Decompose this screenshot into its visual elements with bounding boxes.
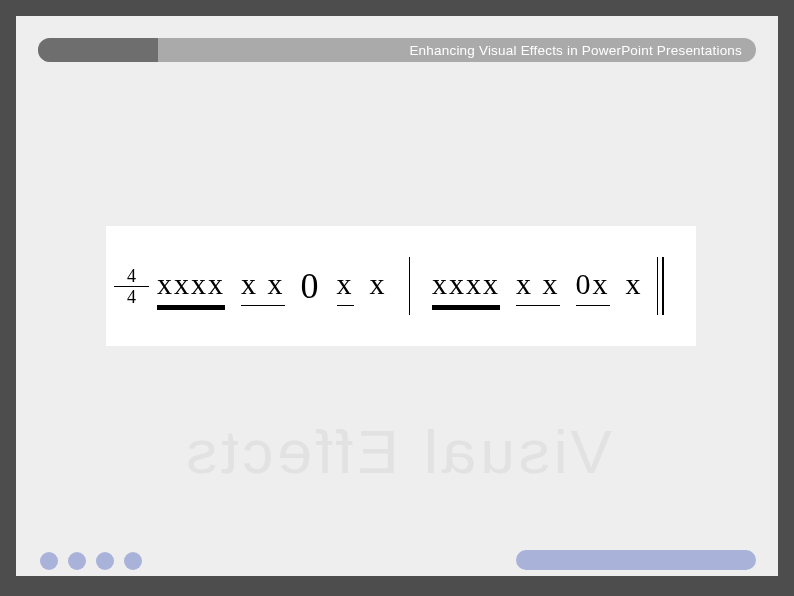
final-barline-icon — [657, 257, 664, 315]
notation-measures: xxxx x x 0 x x xxxx x x 0x x — [149, 257, 696, 315]
m1-group-1: xxxx — [157, 267, 225, 306]
slide-title: Enhancing Visual Effects in PowerPoint P… — [158, 43, 756, 58]
time-signature: 4 4 — [114, 267, 149, 306]
barline-icon — [409, 257, 411, 315]
m2-rest-group: 0x — [576, 267, 610, 306]
m2-group-1: xxxx — [432, 267, 500, 306]
m1-group-3: x — [337, 267, 354, 306]
watermark-text: Visual Effects — [16, 416, 778, 487]
timesig-numerator: 4 — [114, 267, 149, 285]
m1-rest: 0 — [301, 272, 321, 305]
pager-dot[interactable] — [124, 552, 142, 570]
m2-free-note: x — [626, 267, 643, 305]
pager-dots — [40, 552, 142, 570]
content-box: 4 4 xxxx x x 0 x x xxxx x x 0x x — [106, 226, 696, 346]
pager-dot[interactable] — [68, 552, 86, 570]
footer-accent-pill — [516, 550, 756, 570]
slide-canvas: Enhancing Visual Effects in PowerPoint P… — [16, 16, 778, 576]
pager-dot[interactable] — [96, 552, 114, 570]
m1-group-2: x x — [241, 267, 285, 306]
pager-dot[interactable] — [40, 552, 58, 570]
app-frame: Enhancing Visual Effects in PowerPoint P… — [0, 0, 794, 596]
m1-free-note: x — [370, 267, 387, 305]
frame-bottom-strip — [0, 578, 794, 596]
slide-header-bar: Enhancing Visual Effects in PowerPoint P… — [38, 38, 756, 62]
timesig-denominator: 4 — [114, 286, 149, 306]
m2-group-2: x x — [516, 267, 560, 306]
header-accent-block — [38, 38, 158, 62]
